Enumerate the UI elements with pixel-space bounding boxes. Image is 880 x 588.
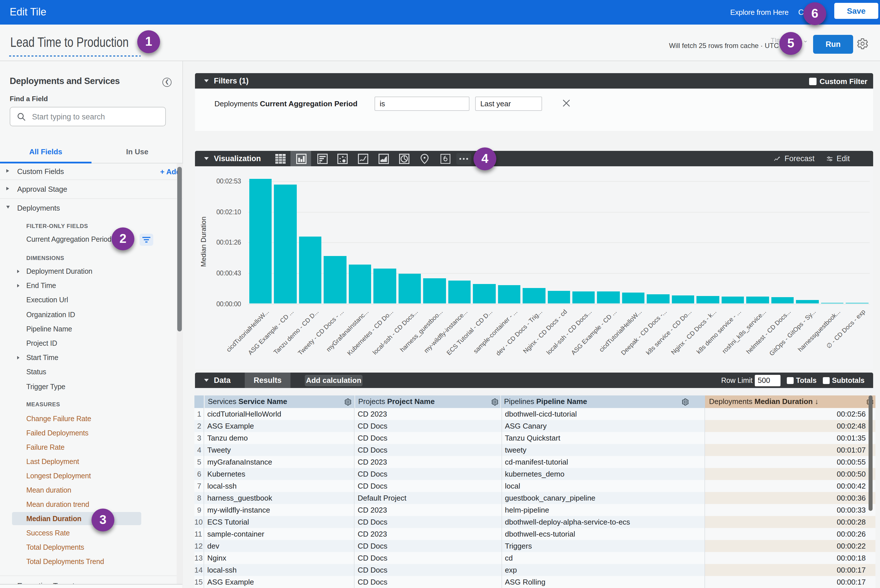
svg-text:Lead Time to Production: Lead Time to Production (10, 34, 129, 47)
